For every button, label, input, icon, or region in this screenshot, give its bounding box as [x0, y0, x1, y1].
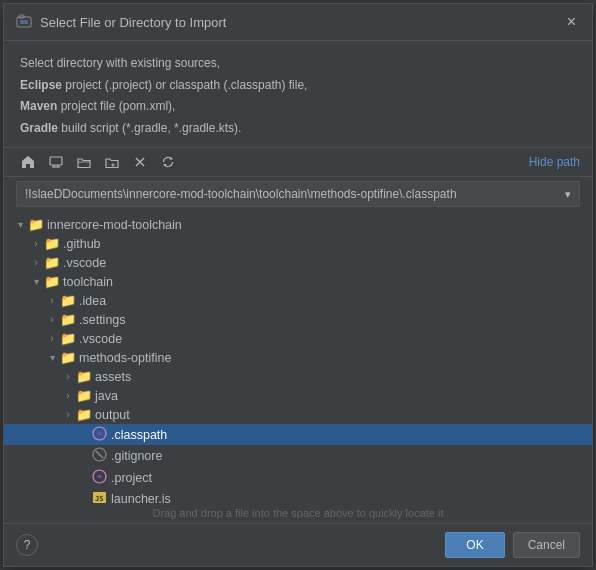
item-label: .gitignore [111, 449, 592, 463]
folder-icon: 📁 [76, 388, 92, 403]
tree-item[interactable]: › 📁 .vscode [4, 329, 592, 348]
svg-line-16 [96, 451, 103, 458]
svg-rect-0 [17, 17, 31, 27]
close-button[interactable]: × [563, 12, 580, 32]
item-label: .classpath [111, 428, 592, 442]
new-folder-button[interactable] [100, 152, 124, 172]
tree-item[interactable]: ▾ 📁 toolchain [4, 272, 592, 291]
tree-item[interactable]: › 📁 .idea [4, 291, 592, 310]
item-label: .project [111, 471, 592, 485]
tree-item[interactable]: › 📁 assets [4, 367, 592, 386]
title-bar-left: Select File or Directory to Import [16, 14, 226, 30]
folder-icon: 📁 [28, 217, 44, 232]
toolbar: Hide path [4, 147, 592, 177]
path-dropdown-button[interactable]: ▾ [557, 184, 579, 205]
folder-icon: 📁 [60, 331, 76, 346]
folder-icon: 📁 [44, 274, 60, 289]
tree-arrow: › [60, 390, 76, 401]
gitignore-icon [92, 447, 108, 465]
path-bar: ▾ [16, 181, 580, 207]
folder-icon: 📁 [44, 255, 60, 270]
hide-path-button[interactable]: Hide path [529, 155, 580, 169]
item-label: innercore-mod-toolchain [47, 218, 592, 232]
tree-item-selected[interactable]: .classpath [4, 424, 592, 445]
project-icon [92, 469, 108, 486]
item-label: .idea [79, 294, 592, 308]
folder-icon: 📁 [44, 236, 60, 251]
help-area: ? [16, 532, 437, 558]
tree-arrow: ▾ [44, 352, 60, 363]
title-bar: Select File or Directory to Import × [4, 4, 592, 41]
open-folder-button[interactable] [72, 152, 96, 172]
folder-icon: 📁 [60, 350, 76, 365]
tree-item[interactable]: › 📁 java [4, 386, 592, 405]
dialog-icon [16, 14, 32, 30]
folder-icon: 📁 [76, 369, 92, 384]
path-input[interactable] [17, 182, 557, 206]
tree-arrow: › [44, 314, 60, 325]
file-tree[interactable]: ▾ 📁 innercore-mod-toolchain › 📁 .github … [4, 211, 592, 503]
dialog-title: Select File or Directory to Import [40, 15, 226, 30]
help-button[interactable]: ? [16, 534, 38, 556]
description-area: Select directory with existing sources, … [4, 41, 592, 147]
tree-item[interactable]: ▾ 📁 innercore-mod-toolchain [4, 215, 592, 234]
tree-arrow: ▾ [12, 219, 28, 230]
delete-button[interactable] [128, 152, 152, 172]
tree-arrow: › [44, 295, 60, 306]
tree-arrow: › [44, 333, 60, 344]
desc-line2: Eclipse project (.project) or classpath … [20, 78, 307, 92]
cancel-button[interactable]: Cancel [513, 532, 580, 558]
home-button[interactable] [16, 152, 40, 172]
item-label: output [95, 408, 592, 422]
svg-text:JS: JS [95, 495, 103, 503]
drag-hint: Drag and drop a file into the space abov… [4, 503, 592, 523]
tree-item[interactable]: ▾ 📁 methods-optifine [4, 348, 592, 367]
item-label: .github [63, 237, 592, 251]
item-label: methods-optifine [79, 351, 592, 365]
item-label: toolchain [63, 275, 592, 289]
tree-item[interactable]: .gitignore [4, 445, 592, 467]
tree-item[interactable]: › 📁 .vscode [4, 253, 592, 272]
tree-arrow: › [28, 257, 44, 268]
desc-line4: Gradle build script (*.gradle, *.gradle.… [20, 121, 241, 135]
item-label: assets [95, 370, 592, 384]
tree-arrow: › [60, 409, 76, 420]
classpath-icon [92, 426, 108, 443]
tree-item[interactable]: › 📁 .settings [4, 310, 592, 329]
tree-item[interactable]: JS launcher.js [4, 488, 592, 503]
item-label: java [95, 389, 592, 403]
desc-line1: Select directory with existing sources, [20, 56, 220, 70]
desktop-button[interactable] [44, 152, 68, 172]
folder-icon: 📁 [76, 407, 92, 422]
tree-arrow: › [28, 238, 44, 249]
item-label: launcher.js [111, 492, 592, 503]
item-label: .vscode [63, 256, 592, 270]
folder-icon: 📁 [60, 293, 76, 308]
tree-item[interactable]: .project [4, 467, 592, 488]
tree-item[interactable]: › 📁 .github [4, 234, 592, 253]
tree-item[interactable]: › 📁 output [4, 405, 592, 424]
ok-button[interactable]: OK [445, 532, 504, 558]
folder-icon: 📁 [60, 312, 76, 327]
tree-arrow: › [60, 371, 76, 382]
item-label: .settings [79, 313, 592, 327]
svg-rect-4 [50, 157, 62, 165]
refresh-button[interactable] [156, 152, 180, 172]
js-icon: JS [92, 490, 108, 503]
import-dialog: Select File or Directory to Import × Sel… [3, 3, 593, 567]
button-bar: ? OK Cancel [4, 523, 592, 566]
item-label: .vscode [79, 332, 592, 346]
desc-line3: Maven project file (pom.xml), [20, 99, 175, 113]
tree-arrow: ▾ [28, 276, 44, 287]
